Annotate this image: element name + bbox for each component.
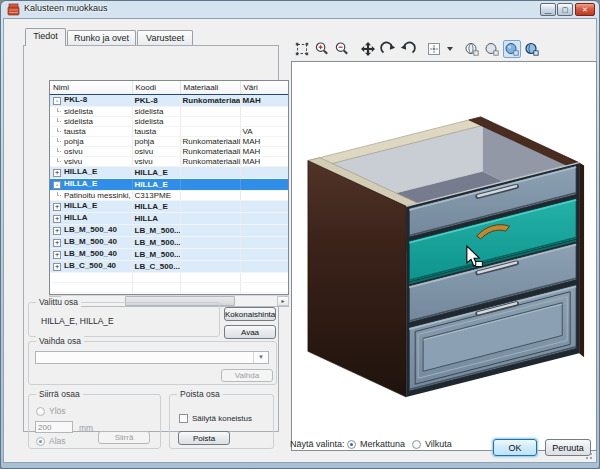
tree-expander[interactable]: +: [53, 169, 61, 177]
render-shaded-edges-icon: [524, 41, 540, 57]
tab-varusteet[interactable]: Varusteet: [137, 30, 193, 46]
tree-expander[interactable]: +: [53, 203, 61, 211]
tab-runko-ja-ovet[interactable]: Runko ja ovet: [67, 30, 136, 46]
table-row-empty: [50, 272, 288, 282]
unit-label: mm: [79, 423, 93, 433]
tree-expander[interactable]: -: [53, 97, 61, 105]
pan-button[interactable]: [359, 40, 377, 58]
column-header-nimi[interactable]: Nimi: [50, 81, 132, 94]
view-options-icon: [426, 41, 442, 57]
open-button[interactable]: Avaa: [224, 325, 276, 339]
delete-part-group: Poista osa Säilytä koneistus Poista: [169, 394, 274, 449]
rotate-cw-button[interactable]: [379, 40, 397, 58]
tree-expander[interactable]: +: [53, 251, 61, 259]
table-row[interactable]: osivuosivuRunkomateriaalitMAH: [50, 146, 288, 156]
table-row[interactable]: +LB_C_500_40LB_C_500...: [50, 260, 288, 272]
table-row[interactable]: +LB_M_500_40LB_M_500...: [50, 224, 288, 236]
radio-blink-label: Vilkuta: [425, 439, 452, 449]
table-row[interactable]: sidelistasidelista: [50, 116, 288, 126]
selected-part-label: Valittu osa: [36, 297, 81, 307]
viewport-toolbar: [293, 40, 541, 58]
cabinet-3d-view: [292, 62, 596, 450]
keep-machining-checkbox[interactable]: [179, 414, 188, 423]
zoom-out-icon: [334, 41, 350, 57]
zoom-out-button[interactable]: [333, 40, 351, 58]
close-icon: ✕: [582, 6, 588, 14]
zoom-in-icon: [314, 41, 330, 57]
render-shaded-edges-button[interactable]: [523, 40, 541, 58]
tree-tick-icon: [57, 118, 61, 122]
column-header-koodi[interactable]: Koodi: [132, 81, 180, 94]
table-row[interactable]: sidelistasidelista: [50, 106, 288, 116]
move-button[interactable]: Siirrä: [98, 431, 150, 444]
chevron-down-icon: [446, 46, 454, 52]
table-row[interactable]: +LB_M_500_40LB_M_500...: [50, 248, 288, 260]
table-row[interactable]: vsivuvsivuRunkomateriaalitMAH: [50, 156, 288, 166]
render-hidden-line-button[interactable]: [483, 40, 501, 58]
view-options-dropdown[interactable]: [445, 40, 455, 58]
scroll-right-button[interactable]: ►: [277, 296, 289, 306]
column-header-materiaali[interactable]: Materiaali: [180, 81, 240, 94]
tree-expander[interactable]: +: [53, 239, 61, 247]
tree-expander[interactable]: +: [53, 263, 61, 271]
table-header-row: Nimi Koodi Materiaali Väri: [50, 81, 288, 94]
table-row[interactable]: +LB_M_500_40LB_M_500...: [50, 236, 288, 248]
table-row[interactable]: -PKL-8PKL-8RunkomateriaalitMAH: [50, 94, 288, 106]
tree-expander[interactable]: +: [53, 215, 61, 223]
radio-blink[interactable]: [412, 440, 421, 449]
change-part-label: Vaihda osa: [36, 336, 84, 346]
delete-part-label: Poista osa: [177, 389, 223, 399]
selected-part-value: HILLA_E, HILLA_E: [41, 316, 114, 326]
rotate-ccw-icon: [400, 41, 416, 57]
viewport-3d[interactable]: [291, 61, 597, 451]
rotate-ccw-button[interactable]: [399, 40, 417, 58]
zoom-window-icon: [294, 41, 310, 57]
minimize-button[interactable]: —: [540, 3, 556, 16]
table-row[interactable]: taustataustaVA: [50, 126, 288, 136]
tree-tick-icon: [57, 108, 61, 112]
pan-icon: [360, 41, 376, 57]
table-row-empty: [50, 282, 288, 292]
tree-expander[interactable]: +: [53, 227, 61, 235]
column-header-vari[interactable]: Väri: [240, 81, 288, 94]
zoom-window-button[interactable]: [293, 40, 311, 58]
distance-input[interactable]: [35, 421, 73, 433]
total-price-button[interactable]: Kokonaishinta: [224, 307, 276, 321]
window-title: Kalusteen muokkaus: [24, 3, 108, 13]
render-shaded-icon: [504, 41, 520, 57]
tree-expander[interactable]: -: [53, 181, 61, 189]
radio-marked[interactable]: [347, 440, 356, 449]
radio-up[interactable]: [36, 407, 45, 416]
change-part-combobox[interactable]: ▼: [35, 351, 269, 364]
move-part-label: Siirrä osaa: [36, 389, 83, 399]
chevron-down-icon[interactable]: ▼: [253, 352, 268, 363]
table-row[interactable]: Patinoitu messinki, 96mmC313PME: [50, 190, 288, 200]
maximize-button[interactable]: ▢: [557, 3, 573, 16]
delete-button[interactable]: Poista: [178, 431, 230, 445]
radio-down[interactable]: [36, 437, 45, 446]
table-row-selected[interactable]: -HILLA_EHILLA_E: [50, 178, 288, 190]
minimize-icon: —: [545, 9, 552, 16]
render-wireframe-button[interactable]: [463, 40, 481, 58]
tab-tiedot[interactable]: Tiedot: [25, 28, 66, 46]
render-shaded-button[interactable]: [503, 40, 521, 58]
view-options-button[interactable]: [425, 40, 443, 58]
parts-tree-table[interactable]: Nimi Koodi Materiaali Väri -PKL-8PKL-8Ru…: [49, 80, 289, 295]
change-button[interactable]: Vaihda: [221, 369, 273, 382]
zoom-in-button[interactable]: [313, 40, 331, 58]
tree-tick-icon: [57, 148, 61, 152]
ok-button[interactable]: OK: [493, 439, 537, 456]
table-row[interactable]: +HILLA_EHILLA_E: [50, 200, 288, 212]
table-row[interactable]: pohjapohjaRunkomateriaalitMAH: [50, 136, 288, 146]
close-button[interactable]: ✕: [575, 3, 595, 16]
render-wireframe-icon: [464, 41, 480, 57]
tree-tick-icon: [57, 158, 61, 162]
titlebar[interactable]: Kalusteen muokkaus — ▢ ✕: [0, 0, 600, 18]
render-hidden-line-icon: [484, 41, 500, 57]
table-row[interactable]: +HILLA_EHILLA_E: [50, 166, 288, 178]
furniture-edit-dialog: Kalusteen muokkaus — ▢ ✕ Tiedot Runko ja…: [0, 0, 600, 469]
right-side-edge: [579, 163, 584, 358]
tree-tick-icon: [57, 128, 61, 132]
table-row[interactable]: +HILLAHILLA: [50, 212, 288, 224]
resize-grip[interactable]: [583, 450, 592, 459]
